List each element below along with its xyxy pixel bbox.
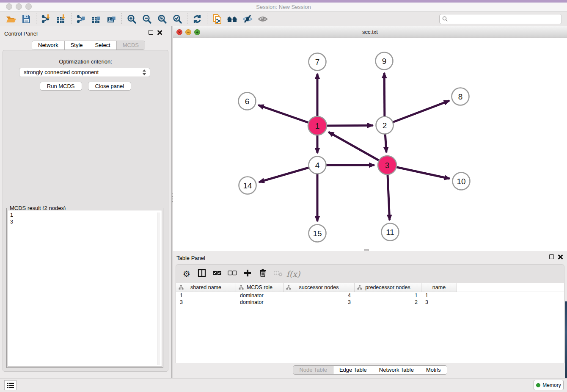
close-table-panel-icon[interactable] xyxy=(558,254,563,259)
cell-MCDS-role[interactable]: dominator xyxy=(236,299,284,306)
refresh-icon xyxy=(192,14,202,24)
cell-shared-name[interactable]: 3 xyxy=(176,299,236,306)
cell-shared-name[interactable]: 1 xyxy=(176,292,236,299)
zoom-selected-icon xyxy=(172,14,182,24)
column-header-successor-nodes[interactable]: successor nodes xyxy=(284,283,355,292)
memory-status-icon xyxy=(536,383,540,387)
network-close-button[interactable]: × xyxy=(176,29,182,35)
hide-details-icon xyxy=(242,14,253,24)
save-button[interactable] xyxy=(19,13,34,25)
node-10[interactable]: 10 xyxy=(453,173,470,190)
home-layout-button[interactable] xyxy=(225,13,240,25)
network-window-titlebar[interactable]: × − + scc.txt xyxy=(173,26,567,38)
float-table-panel-icon[interactable] xyxy=(549,254,554,259)
import-table-button[interactable] xyxy=(54,13,69,25)
show-details-button[interactable] xyxy=(255,13,270,25)
export-network-button[interactable] xyxy=(74,13,89,25)
select-all-button[interactable] xyxy=(211,267,223,281)
control-panel-title: Control Panel xyxy=(4,30,38,37)
cell-name[interactable]: 3 xyxy=(421,299,457,306)
node-3[interactable]: 3 xyxy=(378,156,396,174)
cell-predecessor-nodes[interactable]: 1 xyxy=(355,292,421,299)
first-neighbors-button[interactable] xyxy=(209,13,225,25)
task-history-button[interactable] xyxy=(4,380,17,390)
select-all-icon xyxy=(212,270,222,278)
column-label: name xyxy=(432,284,446,290)
table-tab-motifs[interactable]: Motifs xyxy=(420,366,447,374)
edge-2-8[interactable] xyxy=(385,101,449,125)
edge-3-1[interactable] xyxy=(328,132,387,165)
cell-successor-nodes[interactable]: 3 xyxy=(284,299,355,306)
column-header-MCDS-role[interactable]: MCDS role xyxy=(236,283,284,292)
close-panel-icon[interactable] xyxy=(157,30,162,35)
node-6[interactable]: 6 xyxy=(239,93,256,110)
table-panel-title: Table Panel xyxy=(176,255,205,261)
app-titlebar: Session: New Session xyxy=(0,3,567,11)
node-7[interactable]: 7 xyxy=(309,53,326,71)
delete-row-icon xyxy=(259,269,266,279)
zoom-window-button[interactable] xyxy=(25,3,32,10)
close-panel-button[interactable]: Close panel xyxy=(88,82,132,91)
zoom-fit-button[interactable] xyxy=(154,13,170,25)
network-minimize-button[interactable]: − xyxy=(185,29,191,35)
criterion-select[interactable]: strongly connected component xyxy=(19,68,150,77)
node-15[interactable]: 15 xyxy=(309,225,326,242)
network-canvas[interactable]: 7968124314101511 xyxy=(173,38,567,251)
refresh-button[interactable] xyxy=(190,13,205,25)
app-traffic-lights[interactable] xyxy=(6,3,32,10)
mcds-result-lines: 1 3 xyxy=(10,212,13,225)
open-button[interactable] xyxy=(3,13,19,25)
memory-label: Memory xyxy=(542,382,561,388)
mcds-panel: Optimization criterion: strongly connect… xyxy=(3,50,168,372)
zoom-selected-button[interactable] xyxy=(170,13,185,25)
node-1[interactable]: 1 xyxy=(308,116,327,135)
search-input[interactable] xyxy=(448,15,561,23)
horizontal-splitter-grip[interactable] xyxy=(364,249,369,251)
add-row-button[interactable] xyxy=(241,267,254,281)
close-window-button[interactable] xyxy=(6,3,12,10)
float-panel-icon[interactable] xyxy=(149,30,153,35)
node-8[interactable]: 8 xyxy=(452,88,469,105)
network-maximize-button[interactable]: + xyxy=(194,29,200,35)
mcds-result-text[interactable]: 1 3 xyxy=(8,210,162,367)
tab-mcds[interactable]: MCDS xyxy=(117,41,145,50)
export-table-button[interactable] xyxy=(89,13,104,25)
memory-button[interactable]: Memory xyxy=(534,380,564,390)
cell-predecessor-nodes[interactable]: 2 xyxy=(355,299,421,306)
search-box[interactable] xyxy=(439,14,562,24)
table-tab-edge-table[interactable]: Edge Table xyxy=(333,366,373,374)
hide-details-button[interactable] xyxy=(240,13,255,25)
zoom-out-button[interactable] xyxy=(139,13,154,25)
cell-name[interactable]: 1 xyxy=(421,292,457,299)
import-network-button[interactable] xyxy=(39,13,54,25)
node-4[interactable]: 4 xyxy=(309,157,326,174)
column-header-shared-name[interactable]: shared name xyxy=(176,283,236,292)
column-header-name[interactable]: name xyxy=(421,283,457,292)
delete-row-button[interactable] xyxy=(256,267,269,281)
table-row-1[interactable]: 1dominator411 xyxy=(176,292,564,299)
tab-style[interactable]: Style xyxy=(65,41,89,50)
table-tab-network-table[interactable]: Network Table xyxy=(373,366,420,374)
node-11[interactable]: 11 xyxy=(382,224,399,241)
result-scrollbar[interactable] xyxy=(157,213,160,365)
tab-select[interactable]: Select xyxy=(89,41,117,50)
network-graph[interactable]: 7968124314101511 xyxy=(173,38,567,251)
deselect-all-button[interactable] xyxy=(226,267,239,281)
minimize-window-button[interactable] xyxy=(16,3,22,10)
node-2[interactable]: 2 xyxy=(376,117,394,134)
zoom-in-button[interactable] xyxy=(124,13,139,25)
gear-button[interactable]: ⚙ xyxy=(180,267,193,281)
node-14[interactable]: 14 xyxy=(239,177,256,194)
export-image-button[interactable] xyxy=(104,13,119,25)
columns-button[interactable] xyxy=(195,267,208,281)
table-row-2[interactable]: 3dominator323 xyxy=(176,299,564,306)
run-mcds-button[interactable]: Run MCDS xyxy=(40,82,82,91)
tab-network[interactable]: Network xyxy=(32,41,65,50)
table-tab-node-table[interactable]: Node Table xyxy=(293,366,333,374)
desktop-wallpaper-sliver xyxy=(565,301,567,378)
column-header-predecessor-nodes[interactable]: predecessor nodes xyxy=(355,283,421,292)
node-table[interactable]: shared nameMCDS rolesuccessor nodesprede… xyxy=(176,283,564,363)
node-9[interactable]: 9 xyxy=(376,52,393,70)
cell-successor-nodes[interactable]: 4 xyxy=(284,292,355,299)
cell-MCDS-role[interactable]: dominator xyxy=(236,292,284,299)
